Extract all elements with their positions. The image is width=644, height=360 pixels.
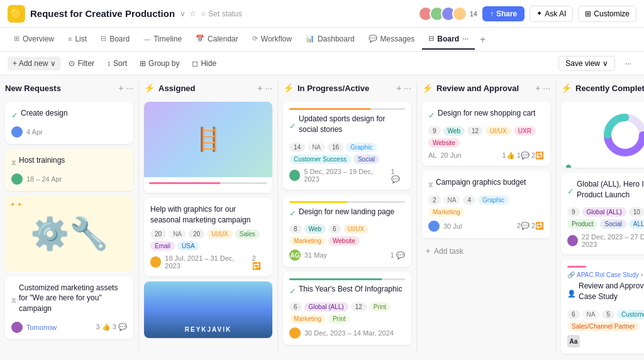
tag: UI/UX (343, 224, 369, 234)
ask-ai-button[interactable]: ✦ Ask AI (530, 6, 573, 22)
tab-messages[interactable]: 💬 Messages (362, 30, 421, 50)
group-by-icon: ⊞ (140, 59, 146, 68)
add-new-button[interactable]: + Add new ∨ (8, 57, 61, 70)
card-title: Updated sports design for social stories (299, 114, 405, 135)
tag: UXR (514, 126, 536, 136)
hide-label: Hide (201, 59, 216, 68)
card-tags: 2 NA 4 Graphic Marketing (428, 195, 544, 217)
card-tags: 20 NA 20 UI/UX Sales Email USA (150, 229, 266, 251)
card-apac-case-study[interactable]: 🔗 APAC Rol Case Study › 👤 Review and App… (561, 259, 644, 354)
more-col-icon[interactable]: ··· (265, 83, 272, 93)
tag: Email (150, 241, 175, 251)
card-host-trainings[interactable]: ⧖ Host trainings 18 – 24 Apr (5, 149, 133, 191)
add-card-icon[interactable]: + (535, 83, 540, 93)
gears-visual: ⚙️🔧 (30, 215, 108, 252)
tag: Customer Success (289, 155, 351, 164)
more-col-icon[interactable]: ··· (404, 83, 411, 93)
card-title: Create design (21, 108, 68, 119)
more-col-icon[interactable]: ··· (543, 83, 550, 93)
add-card-icon[interactable]: + (257, 83, 262, 93)
card-meta: 22 Dec, 2023 – 27 Dec, 2023 3 💬 (567, 232, 644, 248)
sort-button[interactable]: ↕ Sort (102, 57, 132, 70)
card-title: Help with graphics for our seasonal mark… (150, 204, 266, 226)
card-title: Design for new shopping cart (438, 108, 535, 119)
col-actions-review[interactable]: + ··· (535, 83, 550, 93)
more-col-icon[interactable]: ··· (126, 83, 133, 93)
tag: Product (567, 219, 597, 229)
tab-workflow[interactable]: ⟳ Workflow (246, 30, 298, 50)
add-new-label: + Add new (13, 59, 48, 68)
tab-timeline[interactable]: — Timeline (137, 30, 188, 50)
avatar (150, 256, 161, 268)
card-footer: Aa (567, 335, 644, 347)
tag: 9 (428, 126, 441, 136)
tag: 8 (289, 224, 302, 234)
add-card-icon[interactable]: + (118, 83, 123, 93)
card-title: This Year's Best Of Infographic (299, 284, 402, 295)
card-date: 18 Jul, 2021 – 31 Dec, 2023 (165, 254, 248, 270)
stairs-image: 🪜 (144, 102, 272, 177)
top-bar-right: 14 ↑ Share ✦ Ask AI ⊞ Customize (422, 6, 636, 22)
board-area: New Requests + ··· ✓ Create design 4 Apr… (0, 75, 644, 360)
marketing-image-card: ⚙️🔧 ✦ ✦ (5, 196, 133, 271)
col-actions-assigned[interactable]: + ··· (257, 83, 272, 93)
card-campaign-graphics[interactable]: ⧖ Campaign graphics budget 2 NA 4 Graphi… (422, 171, 550, 238)
star-icon[interactable]: ☆ (189, 9, 196, 18)
tag: 4 (463, 195, 475, 205)
chevron-down-icon[interactable]: ∨ (180, 9, 186, 18)
card-link[interactable]: 🔗 APAC Rol Case Study › (567, 271, 644, 278)
tab-calendar[interactable]: 📅 Calendar (189, 30, 245, 50)
card-stairs[interactable]: 🪜 (144, 102, 272, 193)
lightning-icon: ⚡ (561, 83, 572, 93)
card-help-graphics[interactable]: Help with graphics for our seasonal mark… (144, 198, 272, 276)
card-updated-sports[interactable]: ✓ Updated sports design for social stori… (283, 102, 411, 190)
save-view-label: Save view (565, 59, 600, 68)
column-recently-completed: ⚡ Recently Completed + ··· (556, 75, 644, 360)
col-actions-new-requests[interactable]: + ··· (118, 83, 133, 93)
add-card-icon[interactable]: + (396, 83, 401, 93)
more-icon: ··· (462, 35, 469, 43)
board-active-icon: ⊟ (428, 35, 434, 43)
circle-icon: ○ (201, 9, 206, 18)
tab-list[interactable]: ≡ List (62, 30, 93, 50)
toolbar-right: Save view ∨ ··· (558, 56, 636, 71)
share-button[interactable]: ↑ Share (482, 6, 525, 21)
tab-overview[interactable]: ⊞ Overview (8, 30, 60, 50)
save-view-button[interactable]: Save view ∨ (558, 56, 615, 71)
check-icon: ✓ (289, 209, 296, 218)
add-tab-button[interactable]: + (476, 30, 489, 49)
hide-button[interactable]: ◻ Hide (187, 57, 221, 70)
card-design-shopping[interactable]: ✓ Design for new shopping cart 9 Web 12 … (422, 102, 550, 166)
toolbar: + Add new ∨ ⊙ Filter ↕ Sort ⊞ Group by ◻… (0, 52, 644, 75)
customize-button[interactable]: ⊞ Customize (578, 6, 636, 22)
highlight-bar (567, 266, 586, 268)
card-design-landing[interactable]: ✓ Design for new landing page 8 Web 6 UI… (283, 195, 411, 268)
add-task-button[interactable]: + Add task (422, 243, 550, 259)
filter-button[interactable]: ⊙ Filter (64, 57, 99, 70)
column-review-approval: ⚡ Review and Approval + ··· ✓ Design for… (417, 75, 555, 360)
chevron-icon: ∨ (50, 59, 56, 68)
messages-icon: 💬 (369, 35, 377, 43)
tag: Web (304, 224, 326, 234)
tab-board[interactable]: ⊟ Board (94, 30, 136, 50)
card-customized-marketing[interactable]: ⧖ Customized marketing assets for "We ar… (5, 276, 133, 339)
card-mountain[interactable]: REYKJAVIK (144, 281, 272, 338)
card-meta: 4 Apr (11, 126, 127, 138)
avatar (452, 6, 467, 21)
more-options-button[interactable]: ··· (620, 57, 636, 70)
check-icon: ✓ (11, 111, 18, 120)
card-global-hero[interactable]: ✓ Global (ALL), Hero Image for Product L… (561, 173, 644, 255)
ask-ai-label: Ask AI (545, 9, 566, 18)
avatar (289, 327, 301, 339)
tab-dashboard[interactable]: 📊 Dashboard (299, 30, 361, 50)
group-by-button[interactable]: ⊞ Group by (135, 57, 184, 70)
card-best-infographic[interactable]: ✓ This Year's Best Of Infographic 6 Glob… (283, 272, 411, 345)
tab-board-active[interactable]: ⊟ Board ··· (422, 30, 475, 50)
set-status[interactable]: ○ Set status (201, 9, 242, 18)
ai-icon: ✦ (536, 9, 542, 18)
donut-legend (566, 163, 644, 168)
card-donut[interactable] (561, 102, 644, 168)
col-title-recently: Recently Completed (575, 84, 644, 93)
col-actions-in-progress[interactable]: + ··· (396, 83, 411, 93)
card-create-design[interactable]: ✓ Create design 4 Apr (5, 102, 133, 144)
